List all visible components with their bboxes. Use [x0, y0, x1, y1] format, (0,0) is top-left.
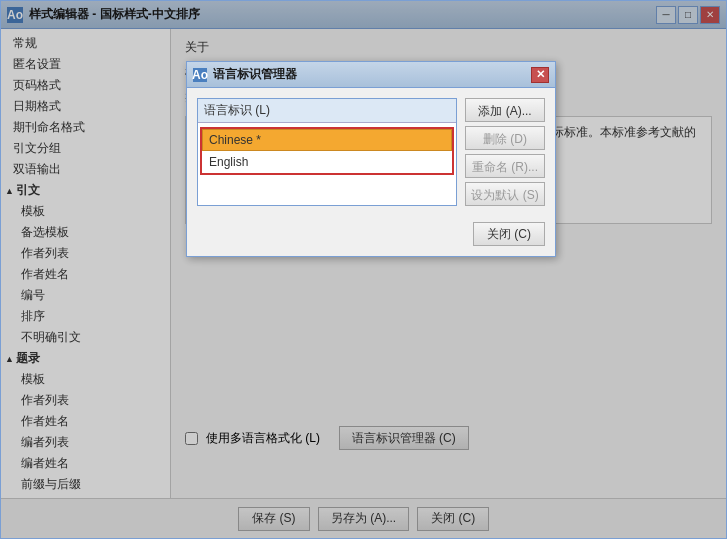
delete-language-button[interactable]: 删除 (D) [465, 126, 545, 150]
dialog-title-bar: Ao 语言标识管理器 ✕ [187, 62, 555, 88]
set-default-language-button[interactable]: 设为默认 (S) [465, 182, 545, 206]
add-language-button[interactable]: 添加 (A)... [465, 98, 545, 122]
dialog-close-button[interactable]: 关闭 (C) [473, 222, 545, 246]
dialog-close-x-button[interactable]: ✕ [531, 67, 549, 83]
dialog-app-icon: Ao [193, 68, 207, 82]
language-item-chinese[interactable]: Chinese * [202, 129, 452, 151]
language-item-english[interactable]: English [202, 151, 452, 173]
main-window: Ao 样式编辑器 - 国标样式-中文排序 ─ □ ✕ 常规 匿名设置 页码格式 … [0, 0, 727, 539]
language-list-container: 语言标识 (L) Chinese * English [197, 98, 457, 206]
dialog-title: 语言标识管理器 [213, 66, 531, 83]
dialog-footer: 关闭 (C) [187, 216, 555, 256]
language-manager-dialog: Ao 语言标识管理器 ✕ 语言标识 (L) Chinese * [186, 61, 556, 257]
language-list-header: 语言标识 (L) [198, 99, 456, 123]
dialog-action-buttons: 添加 (A)... 删除 (D) 重命名 (R)... 设为默认 (S) [465, 98, 545, 206]
language-list-body: Chinese * English [198, 123, 456, 179]
dialog-body: 语言标识 (L) Chinese * English [187, 88, 555, 216]
dialog-overlay: Ao 语言标识管理器 ✕ 语言标识 (L) Chinese * [1, 1, 726, 538]
rename-language-button[interactable]: 重命名 (R)... [465, 154, 545, 178]
